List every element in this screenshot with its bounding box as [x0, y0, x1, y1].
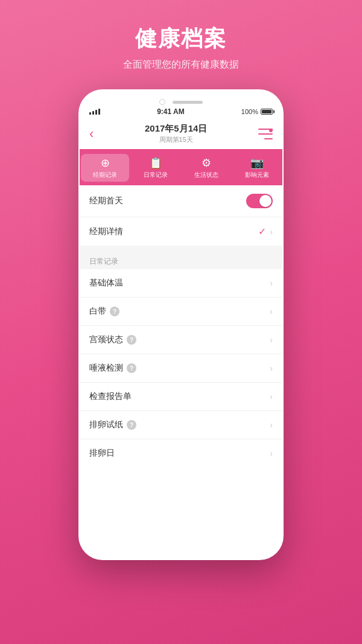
- tab-period[interactable]: ⊕ 经期记录: [81, 154, 129, 182]
- list-item-ovulation-strip[interactable]: 排卵试纸 ? ›: [80, 411, 282, 439]
- tab-lifestyle-label: 生活状态: [194, 171, 218, 179]
- daily-section-header: 日常记录: [80, 250, 282, 269]
- list-item-ovulation-day[interactable]: 排卵日 ›: [80, 439, 282, 467]
- saliva-info-icon[interactable]: ?: [127, 363, 136, 373]
- tab-factors-icon: 📷: [250, 156, 264, 170]
- signal-bar-1: [89, 112, 91, 115]
- menu-line-3: [264, 138, 273, 139]
- first-day-label: 经期首天: [89, 196, 123, 206]
- period-section: 经期首天 经期详情 ✓ ›: [80, 185, 282, 246]
- discharge-right: ›: [270, 307, 273, 316]
- phone-top-bar: [80, 91, 282, 105]
- signal-bar-2: [92, 111, 94, 115]
- tab-daily[interactable]: 📋 日常记录: [132, 154, 180, 182]
- period-detail-right: ✓ ›: [258, 226, 273, 237]
- report-right: ›: [270, 392, 273, 401]
- back-button[interactable]: ‹: [89, 126, 94, 142]
- cervix-left: 宫颈状态 ?: [89, 334, 136, 345]
- discharge-info-icon[interactable]: ?: [110, 307, 119, 316]
- page-subtitle: 全面管理您的所有健康数据: [123, 59, 239, 71]
- ovulation-day-right: ›: [270, 448, 273, 458]
- ovulation-day-chevron: ›: [270, 448, 273, 458]
- cervix-chevron: ›: [270, 335, 273, 345]
- status-time: 9:41 AM: [157, 107, 185, 116]
- tab-bar: ⊕ 经期记录 📋 日常记录 ⚙ 生活状态 📷 影响元素: [80, 149, 282, 185]
- tab-period-label: 经期记录: [93, 171, 117, 179]
- saliva-left: 唾液检测 ?: [89, 363, 136, 374]
- first-day-right: [246, 194, 273, 208]
- cervix-info-icon[interactable]: ?: [127, 335, 136, 345]
- signal-bar-4: [98, 109, 100, 115]
- ovulation-day-left: 排卵日: [89, 448, 115, 459]
- list-item-report[interactable]: 检查报告单 ›: [80, 383, 282, 411]
- tab-factors[interactable]: 📷 影响元素: [233, 154, 281, 182]
- tab-lifestyle-icon: ⚙: [202, 156, 211, 170]
- period-detail-left: 经期详情: [89, 226, 123, 237]
- ovulation-strip-left: 排卵试纸 ?: [89, 419, 136, 430]
- daily-header-label: 日常记录: [89, 257, 118, 266]
- tab-period-icon: ⊕: [101, 156, 110, 170]
- battery-percent: 100%: [241, 108, 258, 115]
- ovulation-strip-chevron: ›: [270, 420, 273, 430]
- menu-button[interactable]: [258, 129, 273, 139]
- phone-camera: [159, 99, 165, 105]
- saliva-label: 唾液检测: [89, 363, 123, 374]
- discharge-chevron: ›: [270, 307, 273, 316]
- saliva-right: ›: [270, 363, 273, 373]
- phone-speaker: [173, 101, 203, 104]
- status-bar: 9:41 AM 100%: [80, 105, 282, 118]
- report-left: 检查报告单: [89, 391, 132, 402]
- phone-mockup: 9:41 AM 100% ‹ 2017年5月14日 周期第15天 ⊕ 经期记录: [78, 89, 284, 560]
- tab-daily-icon: 📋: [149, 156, 162, 170]
- cervix-label: 宫颈状态: [89, 334, 123, 345]
- menu-line-2: [258, 133, 273, 135]
- list-item-base-temp[interactable]: 基础体温 ›: [80, 269, 282, 298]
- ovulation-strip-label: 排卵试纸: [89, 419, 123, 430]
- signal-bar-3: [95, 110, 97, 115]
- discharge-left: 白带 ?: [89, 306, 119, 317]
- content-area: 经期首天 经期详情 ✓ › 日常记录: [80, 185, 282, 467]
- chevron-right-icon: ›: [270, 227, 273, 237]
- toggle-knob: [259, 195, 272, 207]
- header-cycle: 周期第15天: [145, 135, 207, 144]
- ovulation-day-label: 排卵日: [89, 448, 115, 459]
- cervix-right: ›: [270, 335, 273, 345]
- first-day-toggle[interactable]: [246, 194, 273, 208]
- list-item-period-detail[interactable]: 经期详情 ✓ ›: [80, 217, 282, 246]
- daily-section: 基础体温 › 白带 ? › 宫颈状态 ?: [80, 269, 282, 467]
- list-item-saliva[interactable]: 唾液检测 ? ›: [80, 354, 282, 383]
- check-icon: ✓: [258, 226, 266, 237]
- menu-dot: [269, 129, 273, 132]
- report-label: 检查报告单: [89, 391, 132, 402]
- first-day-left: 经期首天: [89, 196, 123, 206]
- battery-icon: [261, 109, 273, 115]
- base-temp-label: 基础体温: [89, 278, 123, 289]
- base-temp-left: 基础体温: [89, 278, 123, 289]
- app-header: ‹ 2017年5月14日 周期第15天: [80, 118, 282, 149]
- discharge-label: 白带: [89, 306, 106, 317]
- base-temp-chevron: ›: [270, 278, 273, 288]
- base-temp-right: ›: [270, 278, 273, 288]
- header-center: 2017年5月14日 周期第15天: [145, 123, 207, 144]
- page-title: 健康档案: [123, 24, 239, 54]
- saliva-chevron: ›: [270, 363, 273, 373]
- signal-indicator: [89, 109, 100, 115]
- section-divider-1: [80, 246, 282, 250]
- ovulation-strip-right: ›: [270, 420, 273, 430]
- battery-fill: [262, 110, 272, 113]
- tab-daily-label: 日常记录: [144, 171, 168, 179]
- page-header: 健康档案 全面管理您的所有健康数据: [123, 0, 239, 89]
- report-chevron: ›: [270, 392, 273, 401]
- tab-lifestyle[interactable]: ⚙ 生活状态: [182, 154, 230, 182]
- list-item-discharge[interactable]: 白带 ? ›: [80, 298, 282, 326]
- tab-factors-label: 影响元素: [245, 171, 269, 179]
- list-item-cervix[interactable]: 宫颈状态 ? ›: [80, 326, 282, 354]
- period-detail-label: 经期详情: [89, 226, 123, 237]
- ovulation-strip-info-icon[interactable]: ?: [127, 420, 136, 430]
- status-right: 100%: [241, 108, 273, 115]
- header-date: 2017年5月14日: [145, 123, 207, 135]
- list-item-first-day[interactable]: 经期首天: [80, 185, 282, 217]
